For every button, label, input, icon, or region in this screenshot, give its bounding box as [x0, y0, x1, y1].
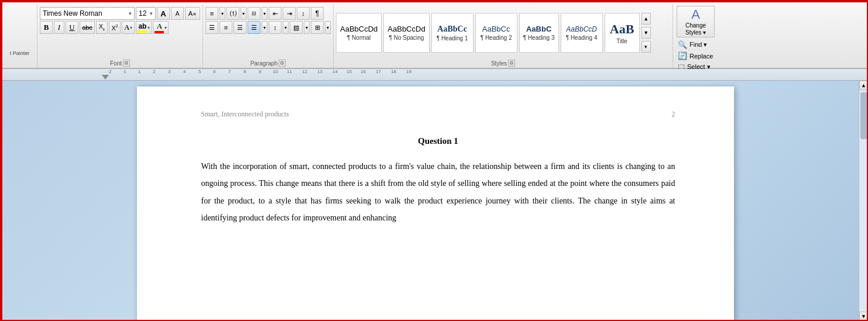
show-marks-button[interactable]: ¶ [311, 7, 324, 20]
style-heading2-label: ¶ Heading 2 [481, 34, 512, 41]
document-title: Question 1 [201, 136, 675, 146]
bullet-list-dropdown[interactable]: ▾ [219, 7, 225, 20]
styles-scroll-down[interactable]: ▼ [641, 27, 651, 39]
style-title[interactable]: AaB Title [605, 13, 640, 53]
right-ribbon-area: A ChangeStyles ▾ 🔍 Find ▾ 🔄 Replace [673, 5, 718, 68]
style-no-spacing[interactable]: AaBbCcDd ¶ No Spacing [383, 13, 429, 53]
font-group: Times New Roman ▾ 12 ▾ A A A✕ B I U [37, 5, 203, 68]
superscript-button[interactable]: X2 [109, 21, 121, 34]
justify-dropdown[interactable]: ▾ [262, 21, 267, 34]
format-painter-area: t Painter [2, 5, 37, 68]
replace-button[interactable]: 🔄 Replace [677, 51, 715, 61]
ribbon: t Painter Times New Roman ▾ 12 ▾ A A A [2, 2, 868, 69]
multilevel-list-dropdown[interactable]: ▾ [262, 7, 267, 20]
style-normal[interactable]: AaBbCcDd ¶ Normal [336, 13, 382, 53]
bold-button[interactable]: B [40, 21, 53, 34]
font-name-arrow[interactable]: ▾ [129, 11, 132, 16]
document-page: Smart, Interconnected products 2 Questio… [137, 87, 734, 321]
shading-button[interactable]: ▧ [290, 21, 303, 34]
font-size-arrow[interactable]: ▾ [150, 11, 153, 16]
format-painter-label: t Painter [10, 50, 30, 56]
style-heading1-label: ¶ Heading 1 [437, 35, 468, 42]
align-left-button[interactable]: ☰ [205, 21, 218, 34]
align-right-button[interactable]: ☰ [234, 21, 246, 34]
clear-format-button[interactable]: A✕ [185, 7, 200, 20]
text-effect-dropdown[interactable]: A ▾ [122, 21, 135, 34]
border-button[interactable]: ⊞ [311, 21, 324, 34]
header-left: Smart, Interconnected products [201, 110, 289, 119]
font-group-label: Font [110, 60, 122, 67]
find-label: Find ▾ [689, 41, 707, 49]
multilevel-list-button[interactable]: ⊟ [248, 7, 260, 20]
style-heading2[interactable]: AaBbCc ¶ Heading 2 [475, 13, 517, 53]
paragraph-group-label: Paragraph [251, 60, 278, 67]
shading-dropdown[interactable]: ▾ [304, 21, 310, 34]
subscript-button[interactable]: X₂ [96, 21, 108, 34]
style-heading4-label: ¶ Heading 4 [566, 34, 598, 41]
border-dropdown[interactable]: ▾ [325, 21, 331, 34]
font-size-input[interactable]: 12 ▾ [136, 7, 156, 20]
font-grow-button[interactable]: A [157, 7, 170, 20]
font-color-dropdown[interactable]: A ▾ [153, 21, 169, 34]
align-center-button[interactable]: ≡ [219, 21, 232, 34]
scroll-up-button[interactable]: ▲ [859, 81, 869, 90]
style-heading3[interactable]: AaBbC ¶ Heading 3 [519, 13, 559, 53]
change-styles-label: ChangeStyles ▾ [685, 22, 706, 36]
numbered-list-button[interactable]: ⑴ [227, 7, 239, 20]
style-heading3-label: ¶ Heading 3 [523, 34, 555, 41]
document-area: ·2 ·1 1 2 3 4 5 6 7 8 9 10 11 12 13 14 1 [2, 69, 868, 321]
styles-more-button[interactable]: ▾ [641, 41, 651, 53]
sort-button[interactable]: ↕ [297, 7, 310, 20]
style-normal-label: ¶ Normal [347, 34, 370, 41]
style-heading4[interactable]: AaBbCcD ¶ Heading 4 [561, 13, 603, 53]
highlight-color-dropdown[interactable]: ab ▾ [136, 21, 152, 34]
styles-scroll-up[interactable]: ▲ [641, 13, 651, 25]
styles-group-label: Styles [491, 60, 507, 67]
line-spacing-dropdown[interactable]: ▾ [283, 21, 289, 34]
find-button[interactable]: 🔍 Find ▾ [677, 40, 715, 50]
change-styles-button[interactable]: A ChangeStyles ▾ [677, 6, 715, 37]
header-right: 2 [672, 110, 675, 119]
styles-group: AaBbCcDd ¶ Normal AaBbCcDd ¶ No Spacing … [334, 5, 673, 68]
paragraph-group: ≡ ▾ ⑴ ▾ ⊟ ▾ ⇤ ⇥ ↕ ¶ ☰ ≡ ☰ ☰ ▾ [203, 5, 334, 68]
ruler: ·2 ·1 1 2 3 4 5 6 7 8 9 10 11 12 13 14 1 [2, 69, 868, 81]
font-expand-button[interactable]: ⊡ [123, 60, 130, 67]
bullet-list-button[interactable]: ≡ [205, 7, 218, 20]
decrease-indent-button[interactable]: ⇤ [269, 7, 282, 20]
font-shrink-button[interactable]: A [171, 7, 184, 20]
style-title-label: Title [616, 38, 627, 44]
document-body[interactable]: With the incorporation of smart, connect… [201, 158, 675, 227]
line-spacing-button[interactable]: ↕ [269, 21, 282, 34]
font-name-dropdown[interactable]: Times New Roman ▾ [40, 7, 135, 20]
page-header: Smart, Interconnected products 2 [201, 110, 675, 119]
numbered-list-dropdown[interactable]: ▾ [241, 7, 246, 20]
scroll-down-button[interactable]: ▼ [859, 312, 869, 321]
vertical-scrollbar[interactable]: ▲ ▼ [859, 81, 868, 321]
justify-button[interactable]: ☰ [248, 21, 260, 34]
increase-indent-button[interactable]: ⇥ [283, 7, 296, 20]
scroll-thumb[interactable] [860, 92, 867, 139]
styles-expand-button[interactable]: ⊡ [508, 60, 515, 67]
replace-label: Replace [689, 53, 713, 60]
strikethrough-button[interactable]: abc [80, 21, 95, 34]
italic-button[interactable]: I [54, 21, 64, 34]
paragraph-expand-button[interactable]: ⊡ [279, 60, 286, 67]
style-no-spacing-label: ¶ No Spacing [389, 34, 424, 41]
style-heading1[interactable]: AaBbCc ¶ Heading 1 [431, 13, 474, 53]
underline-button[interactable]: U [66, 21, 78, 34]
